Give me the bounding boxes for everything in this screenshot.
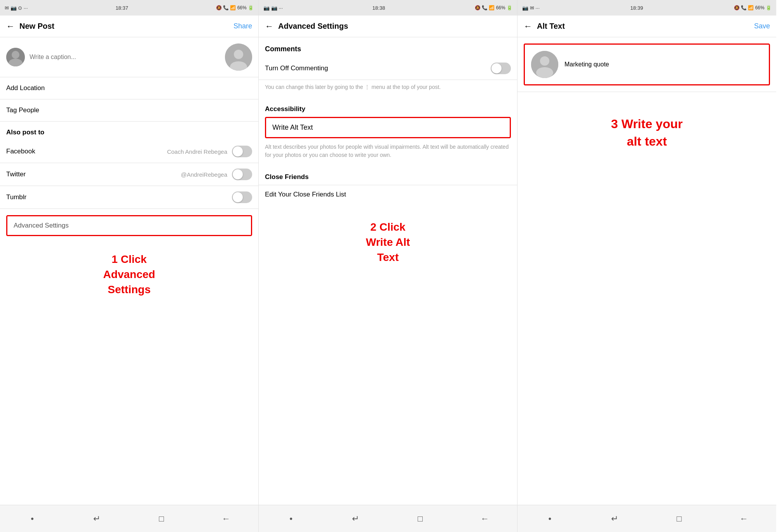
- svg-point-1: [12, 51, 19, 59]
- tumblr-label: Tumblr: [6, 193, 117, 201]
- status-right-1: 🔕 📞 📶 66% 🔋: [216, 5, 254, 10]
- header-1: ← New Post Share: [0, 16, 258, 37]
- nav-square-2[interactable]: □: [388, 514, 453, 524]
- facebook-toggle[interactable]: [232, 146, 252, 157]
- status-left-1: ✉ 📷 ⊙ ···: [5, 5, 28, 11]
- page-title-2: Advanced Settings: [278, 22, 511, 31]
- header-3: ← Alt Text Save: [517, 16, 776, 37]
- nav-back-3[interactable]: ←: [712, 514, 777, 524]
- nav-recent-2[interactable]: ↵: [323, 514, 388, 524]
- alt-image-row: [524, 43, 770, 85]
- twitter-subtitle: @AndreiRebegea: [117, 171, 228, 178]
- tag-people-item[interactable]: Tag People: [0, 99, 258, 122]
- advanced-settings-item[interactable]: Advanced Settings: [6, 215, 252, 236]
- svg-point-4: [234, 50, 243, 59]
- panel-new-post: ✉ 📷 ⊙ ··· 18:37 🔕 📞 📶 66% 🔋 ← New Post S…: [0, 0, 259, 532]
- status-bar-2: 📷 📷 ··· 18:38 🔕 📞 📶 66% 🔋: [259, 0, 517, 16]
- instruction-3: 3 Write youralt text: [517, 115, 776, 150]
- facebook-subtitle: Coach Andrei Rebegea: [117, 148, 228, 155]
- twitter-toggle-knob: [233, 169, 243, 179]
- tumblr-toggle-knob: [233, 192, 243, 202]
- svg-point-8: [536, 67, 553, 78]
- back-button-3[interactable]: ←: [524, 21, 532, 31]
- status-left-2: 📷 📷 ···: [263, 5, 283, 11]
- facebook-label: Facebook: [6, 148, 117, 155]
- caption-row: [0, 37, 258, 77]
- twitter-label: Twitter: [6, 170, 117, 178]
- page-title-1: New Post: [19, 22, 233, 31]
- page-title-3: Alt Text: [537, 22, 754, 31]
- status-time-1: 18:37: [115, 5, 128, 11]
- save-button[interactable]: Save: [754, 22, 770, 30]
- bottom-nav-2: • ↵ □ ←: [259, 505, 517, 532]
- nav-recent-3[interactable]: ↵: [582, 514, 647, 524]
- status-icons-left-3: 📷 ✉ ···: [522, 5, 540, 11]
- write-alt-text-item[interactable]: Write Alt Text: [265, 117, 511, 138]
- close-friends-header: Close Friends: [259, 165, 517, 185]
- turn-off-label: Turn Off Commenting: [265, 64, 491, 72]
- comments-header: Comments: [259, 37, 517, 57]
- status-right-3: 🔕 📞 📶 66% 🔋: [734, 5, 772, 10]
- status-icons-right-1: 🔕 📞 📶 66% 🔋: [216, 5, 254, 10]
- tumblr-row: Tumblr: [0, 186, 258, 209]
- turn-off-toggle[interactable]: [491, 63, 511, 74]
- content-3: 3 Write youralt text: [517, 37, 776, 505]
- content-2: Comments Turn Off Commenting You can cha…: [259, 37, 517, 505]
- bottom-nav-3: • ↵ □ ←: [517, 505, 776, 532]
- nav-dot-2[interactable]: •: [259, 514, 323, 524]
- accessibility-header: Accessibility: [259, 97, 517, 117]
- panel-alt-text: 📷 ✉ ··· 18:39 🔕 📞 📶 66% 🔋 ← Alt Text Sav…: [517, 0, 776, 532]
- instruction-2: 2 ClickWrite AltText: [259, 219, 517, 265]
- instruction-1: 1 ClickAdvancedSettings: [0, 252, 258, 297]
- content-1: Add Location Tag People Also post to Fac…: [0, 37, 258, 505]
- nav-square-1[interactable]: □: [129, 514, 194, 524]
- caption-input[interactable]: [30, 54, 220, 61]
- back-button-1[interactable]: ←: [6, 21, 15, 31]
- nav-recent-1[interactable]: ↵: [64, 514, 129, 524]
- status-icons-left-2: 📷 📷 ···: [263, 5, 283, 11]
- nav-back-2[interactable]: ←: [453, 514, 517, 524]
- back-button-2[interactable]: ←: [265, 21, 274, 31]
- facebook-row: Facebook Coach Andrei Rebegea: [0, 140, 258, 163]
- twitter-toggle[interactable]: [232, 169, 252, 180]
- bottom-nav-1: • ↵ □ ←: [0, 505, 258, 532]
- accessibility-description: Alt text describes your photos for peopl…: [259, 140, 517, 165]
- status-bar-3: 📷 ✉ ··· 18:39 🔕 📞 📶 66% 🔋: [517, 0, 776, 16]
- status-icons-right-3: 🔕 📞 📶 66% 🔋: [734, 5, 772, 10]
- tumblr-toggle[interactable]: [232, 191, 252, 203]
- nav-square-3[interactable]: □: [647, 514, 712, 524]
- twitter-row: Twitter @AndreiRebegea: [0, 163, 258, 186]
- header-2: ← Advanced Settings: [259, 16, 517, 37]
- turn-off-toggle-knob: [491, 63, 502, 73]
- status-time-3: 18:39: [631, 5, 643, 11]
- status-left-3: 📷 ✉ ···: [522, 5, 540, 11]
- nav-dot-1[interactable]: •: [0, 514, 64, 524]
- panel-advanced-settings: 📷 📷 ··· 18:38 🔕 📞 📶 66% 🔋 ← Advanced Set…: [259, 0, 517, 532]
- facebook-toggle-knob: [233, 146, 243, 156]
- svg-point-7: [540, 56, 549, 66]
- status-time-2: 18:38: [373, 5, 385, 11]
- status-right-2: 🔕 📞 📶 66% 🔋: [475, 5, 512, 10]
- status-icons-right-2: 🔕 📞 📶 66% 🔋: [475, 5, 512, 10]
- nav-dot-3[interactable]: •: [517, 514, 582, 524]
- comments-description: You can change this later by going to th…: [259, 80, 517, 97]
- turn-off-commenting-row: Turn Off Commenting: [259, 57, 517, 80]
- alt-text-input[interactable]: [564, 61, 763, 68]
- avatar: [6, 48, 25, 66]
- also-post-to-title: Also post to: [0, 122, 258, 140]
- divider-3: [517, 92, 776, 92]
- edit-close-friends-item[interactable]: Edit Your Close Friends List: [259, 185, 517, 204]
- post-image-thumb: [225, 43, 252, 71]
- alt-image-thumb: [531, 51, 558, 78]
- status-bar-1: ✉ 📷 ⊙ ··· 18:37 🔕 📞 📶 66% 🔋: [0, 0, 258, 16]
- status-icons-left-1: ✉ 📷 ⊙ ···: [5, 5, 28, 11]
- add-location-item[interactable]: Add Location: [0, 77, 258, 99]
- share-button[interactable]: Share: [233, 22, 252, 30]
- nav-back-1[interactable]: ←: [194, 514, 258, 524]
